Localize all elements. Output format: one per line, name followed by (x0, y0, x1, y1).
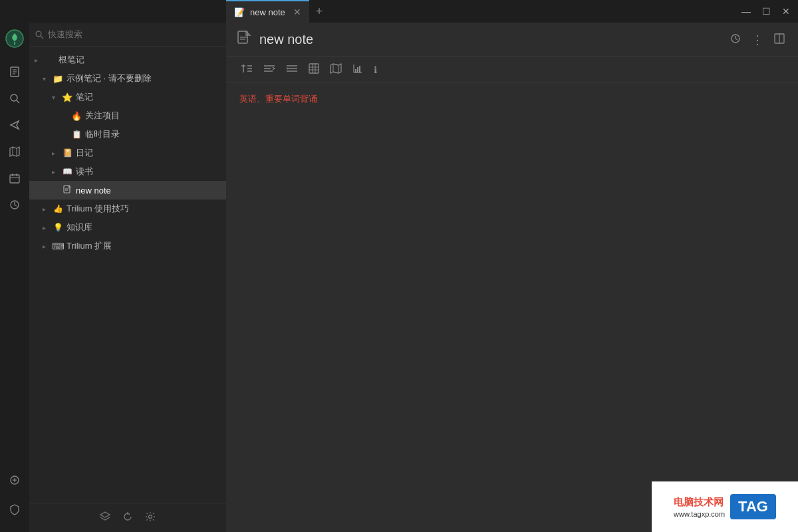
item-label: 关注项目 (85, 110, 120, 122)
tree-item[interactable]: ▸ 根笔记 (29, 51, 226, 69)
note-body[interactable]: 英语、重要单词背诵 (226, 82, 798, 532)
tree-item-newnote[interactable]: new note (29, 181, 226, 200)
svg-point-25 (149, 515, 152, 518)
note-more-button[interactable]: ⋮ (749, 30, 766, 50)
close-button[interactable]: ✕ (777, 2, 795, 21)
arrow-icon: ▸ (52, 150, 61, 157)
tree-item[interactable]: ▾ 📁 示例笔记 · 请不要删除 (29, 69, 226, 88)
tree-item[interactable]: 🔥 关注项目 (29, 106, 226, 125)
app-logo (4, 28, 25, 49)
toolbar-indent-button[interactable] (282, 61, 302, 78)
note-title-icon (237, 31, 251, 49)
tree-panel: ▸ 根笔记 ▾ 📁 示例笔记 · 请不要删除 ▾ ⭐ 笔记 🔥 关注项目 (29, 23, 226, 532)
svg-marker-48 (331, 64, 341, 73)
tree-bottom (29, 503, 226, 532)
tab-newnote[interactable]: 📝 new note ✕ (226, 0, 309, 23)
sidebar-shield-button[interactable] (3, 497, 27, 521)
item-label: 日记 (76, 147, 93, 159)
watermark-tag-label: TAG (730, 494, 776, 519)
svg-rect-43 (309, 64, 319, 73)
arrow-icon: ▾ (52, 94, 61, 101)
item-label: 示例笔记 · 请不要删除 (66, 72, 152, 84)
item-label: Trilium 使用技巧 (66, 203, 129, 215)
tab-note-icon: 📝 (234, 7, 245, 17)
item-icon: 👍 (52, 204, 64, 213)
svg-line-20 (41, 36, 43, 39)
toolbar-format-button[interactable] (237, 61, 257, 78)
note-area: new note ⋮ (226, 23, 798, 532)
note-title: new note (259, 32, 313, 47)
sidebar-search-button[interactable] (3, 86, 27, 110)
sidebar-bottom (3, 468, 27, 532)
note-header: new note ⋮ (226, 23, 798, 57)
toolbar-map-note-button[interactable] (326, 61, 346, 78)
arrow-icon: ▸ (35, 57, 44, 64)
sidebar-notes-button[interactable] (3, 60, 27, 84)
svg-point-19 (36, 31, 41, 37)
item-label: 读书 (76, 166, 93, 178)
window-controls: — ☐ ✕ (737, 2, 798, 21)
item-icon: ⌨ (52, 241, 64, 251)
tree-item[interactable]: ▾ ⭐ 笔记 (29, 88, 226, 106)
arrow-icon: ▸ (52, 168, 61, 176)
note-history-button[interactable] (728, 31, 743, 49)
svg-rect-55 (359, 66, 360, 72)
watermark-text-left: 电脑技术网 www.tagxp.com (674, 496, 725, 518)
tab-add-button[interactable]: + (309, 5, 330, 19)
tree-item[interactable]: ▸ 📔 日记 (29, 144, 226, 162)
svg-rect-11 (10, 175, 19, 183)
sidebar-map-button[interactable] (3, 140, 27, 164)
sidebar-add-button[interactable] (3, 468, 27, 492)
item-icon: 📋 (70, 130, 82, 139)
search-bar[interactable] (29, 23, 226, 47)
tree-item[interactable]: ▸ 📖 读书 (29, 162, 226, 181)
tree-item[interactable]: ▸ ⌨ Trilium 扩展 (29, 237, 226, 255)
toolbar-table-button[interactable] (305, 61, 323, 78)
item-icon: 📁 (52, 74, 64, 84)
tree-search-input[interactable] (48, 29, 221, 39)
tree-item[interactable]: ▸ 💡 知识库 (29, 218, 226, 237)
tree-refresh-button[interactable] (122, 511, 134, 525)
sidebar-navigation-button[interactable] (3, 113, 27, 137)
sidebar-calendar-button[interactable] (3, 166, 27, 190)
note-header-right: ⋮ (728, 30, 787, 50)
watermark: 电脑技术网 www.tagxp.com TAG (652, 481, 798, 532)
item-icon: ⭐ (61, 92, 73, 102)
watermark-url: www.tagxp.com (674, 510, 725, 518)
item-label: Trilium 扩展 (66, 240, 112, 252)
svg-rect-54 (357, 67, 358, 72)
toolbar-list-button[interactable] (259, 61, 279, 78)
item-icon (61, 185, 73, 196)
svg-point-5 (11, 94, 17, 101)
tree-item[interactable]: 📋 临时目录 (29, 125, 226, 144)
arrow-icon: ▾ (43, 75, 52, 82)
toolbar-info-button[interactable]: ℹ (370, 62, 381, 78)
item-label: new note (76, 186, 111, 196)
arrow-icon: ▸ (43, 243, 52, 250)
svg-rect-53 (355, 69, 356, 72)
item-icon: 📖 (61, 167, 73, 176)
tab-close-button[interactable]: ✕ (293, 7, 301, 17)
tab-bar: 📝 new note ✕ + — ☐ ✕ (0, 0, 798, 23)
sidebar-history-button[interactable] (3, 193, 27, 217)
tab-label: new note (250, 7, 285, 17)
tree-layers-button[interactable] (99, 511, 111, 525)
note-split-button[interactable] (771, 31, 787, 49)
maximize-button[interactable]: ☐ (757, 2, 775, 21)
svg-marker-7 (11, 121, 19, 129)
item-icon: 🔥 (70, 111, 82, 121)
tree-settings-button[interactable] (144, 511, 156, 525)
sidebar-icons-panel (0, 23, 29, 532)
tree-content: ▸ 根笔记 ▾ 📁 示例笔记 · 请不要删除 ▾ ⭐ 笔记 🔥 关注项目 (29, 47, 226, 503)
watermark-site-label: 电脑技术网 (674, 496, 725, 509)
item-icon: 📔 (61, 148, 73, 158)
tree-item[interactable]: ▸ 👍 Trilium 使用技巧 (29, 200, 226, 218)
item-icon: 💡 (52, 223, 64, 232)
arrow-icon: ▸ (43, 205, 52, 213)
main-area: ▸ 根笔记 ▾ 📁 示例笔记 · 请不要删除 ▾ ⭐ 笔记 🔥 关注项目 (0, 23, 798, 532)
toolbar-chart-button[interactable] (348, 61, 367, 78)
minimize-button[interactable]: — (737, 2, 755, 21)
item-label: 知识库 (66, 221, 92, 233)
item-label: 临时目录 (85, 128, 120, 140)
note-tag-line: 英语、重要单词背诵 (239, 94, 317, 104)
